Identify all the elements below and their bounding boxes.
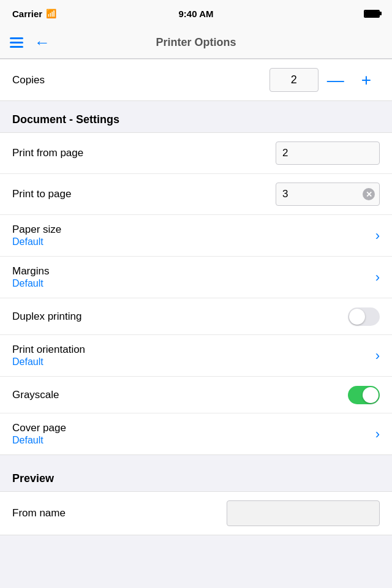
hamburger-line-1	[10, 37, 23, 39]
duplex-label: Duplex printing	[12, 311, 348, 323]
preview-section: Preview From name	[0, 460, 392, 535]
print-from-page-input[interactable]	[276, 141, 380, 165]
nav-bar: ← Printer Options	[0, 27, 392, 59]
cover-page-row[interactable]: Cover page Default ›	[0, 413, 392, 454]
margins-label-wrap: Margins Default	[12, 265, 375, 289]
grayscale-toggle-knob	[363, 387, 379, 403]
copies-label: Copies	[12, 74, 270, 86]
grayscale-row: Grayscale	[0, 377, 392, 413]
copies-increment-button[interactable]: +	[353, 72, 380, 89]
duplex-label-wrap: Duplex printing	[12, 311, 348, 323]
hamburger-line-3	[10, 46, 23, 48]
preview-title: Preview	[12, 472, 54, 484]
document-settings-header: Document - Settings	[0, 101, 392, 132]
print-to-page-label-wrap: Print to page	[12, 188, 276, 200]
from-name-label-wrap: From name	[12, 507, 227, 519]
grayscale-toggle-wrap	[348, 386, 380, 404]
print-from-page-row: Print from page	[0, 133, 392, 174]
status-right	[364, 10, 380, 18]
preview-header: Preview	[0, 460, 392, 491]
hamburger-line-2	[10, 42, 23, 43]
print-from-page-label: Print from page	[12, 147, 276, 159]
print-orientation-label: Print orientation	[12, 344, 375, 356]
paper-size-chevron-icon: ›	[375, 229, 380, 243]
print-orientation-sublabel: Default	[12, 356, 375, 368]
nav-left: ←	[10, 36, 50, 50]
grayscale-toggle[interactable]	[348, 386, 380, 404]
from-name-input[interactable]	[227, 500, 380, 526]
preview-group: From name	[0, 491, 392, 535]
cover-page-chevron-icon: ›	[375, 428, 380, 441]
status-left: Carrier 📶	[12, 9, 56, 19]
status-bar: Carrier 📶 9:40 AM	[0, 0, 392, 27]
paper-size-label: Paper size	[12, 224, 375, 236]
menu-button[interactable]	[10, 37, 23, 48]
cover-page-label-wrap: Cover page Default	[12, 422, 375, 446]
print-orientation-chevron-icon: ›	[375, 349, 380, 363]
margins-label: Margins	[12, 265, 375, 277]
nav-title: Printer Options	[156, 36, 236, 49]
paper-size-row[interactable]: Paper size Default ›	[0, 215, 392, 257]
battery-icon	[364, 10, 380, 18]
grayscale-label: Grayscale	[12, 389, 348, 401]
margins-row[interactable]: Margins Default ›	[0, 257, 392, 298]
duplex-toggle-wrap	[348, 307, 380, 326]
cover-page-label: Cover page	[12, 422, 375, 434]
from-name-label: From name	[12, 507, 227, 519]
duplex-printing-row: Duplex printing	[0, 298, 392, 335]
copies-input[interactable]	[270, 68, 318, 92]
back-button[interactable]: ←	[34, 34, 50, 50]
paper-size-label-wrap: Paper size Default	[12, 224, 375, 247]
content: Copies — + Document - Settings Print fro…	[0, 59, 392, 535]
paper-size-sublabel: Default	[12, 236, 375, 247]
copies-row: Copies — +	[0, 59, 392, 101]
document-settings-title: Document - Settings	[12, 113, 119, 126]
margins-chevron-icon: ›	[375, 271, 380, 284]
print-from-page-label-wrap: Print from page	[12, 147, 276, 159]
from-name-row: From name	[0, 492, 392, 535]
print-to-page-row: Print to page ✕	[0, 174, 392, 215]
print-orientation-row[interactable]: Print orientation Default ›	[0, 335, 392, 377]
document-settings-group: Print from page Print to page ✕ Paper si…	[0, 132, 392, 455]
grayscale-label-wrap: Grayscale	[12, 389, 348, 401]
duplex-toggle[interactable]	[348, 307, 380, 326]
print-to-page-clear-button[interactable]: ✕	[363, 188, 375, 200]
battery-fill	[365, 11, 379, 17]
print-to-page-input-wrap: ✕	[276, 183, 380, 206]
print-orientation-label-wrap: Print orientation Default	[12, 344, 375, 368]
wifi-icon: 📶	[46, 9, 56, 18]
cover-page-sublabel: Default	[12, 435, 375, 446]
copies-decrement-button[interactable]: —	[318, 72, 353, 89]
time-label: 9:40 AM	[179, 9, 214, 19]
carrier-label: Carrier	[12, 9, 42, 19]
print-to-page-label: Print to page	[12, 188, 276, 200]
duplex-toggle-knob	[349, 309, 365, 325]
margins-sublabel: Default	[12, 278, 375, 289]
